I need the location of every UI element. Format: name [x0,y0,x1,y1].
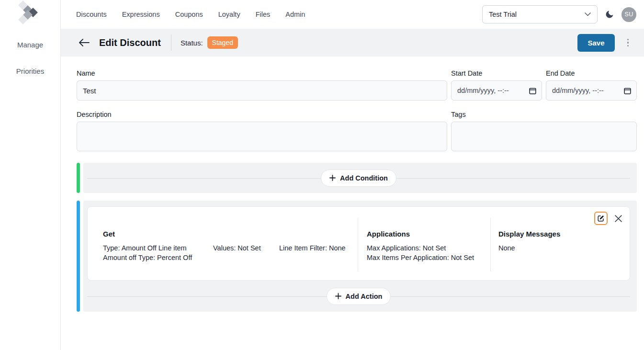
user-avatar[interactable]: SU [621,7,636,22]
dark-mode-toggle[interactable] [605,10,614,19]
page-content: Name Start Date dd/mm/yyyy, --:-- [61,56,644,350]
nav-loyalty[interactable]: Loyalty [218,11,240,18]
tags-input[interactable] [451,122,637,151]
name-input[interactable] [77,80,447,101]
status-badge: Staged [207,36,238,49]
display-messages-column: Display Messages None [490,218,630,271]
tags-label: Tags [451,111,637,118]
applications-column: Applications Max Applications: Not Set M… [358,218,490,271]
plus-icon [329,175,336,181]
end-date-value: dd/mm/yyyy, --:-- [552,87,604,94]
calendar-icon[interactable] [529,87,536,94]
page-header: Edit Discount Status: Staged Save [61,29,644,56]
start-date-label: Start Date [451,69,542,77]
kebab-dot [627,45,629,47]
conditions-section: Add Condition [77,163,637,193]
end-date-field: End Date dd/mm/yyyy, --:-- [546,69,637,101]
kebab-dot [627,42,629,44]
save-button[interactable]: Save [577,34,614,52]
remove-action-button[interactable] [613,214,623,223]
get-column: Get Type: Amount Off Line item Amount of… [88,218,358,271]
kebab-dot [627,39,629,41]
app-root: Manage Priorities Discounts Expressions … [0,0,644,350]
applications-title: Applications [367,230,490,238]
max-items-per-application: Max Items Per Application: Not Set [367,253,490,262]
tags-field: Tags [451,111,637,153]
display-messages-title: Display Messages [498,230,630,238]
get-type-block: Type: Amount Off Line item Amount off Ty… [103,243,213,262]
edit-action-button[interactable] [594,212,608,225]
add-action-label: Add Action [346,293,383,300]
action-card: Get Type: Amount Off Line item Amount of… [87,206,630,281]
top-nav: Discounts Expressions Coupons Loyalty Fi… [61,0,644,29]
get-title: Get [103,230,358,238]
get-values: Values: Not Set [213,243,279,253]
nav-coupons[interactable]: Coupons [175,11,203,18]
start-date-value: dd/mm/yyyy, --:-- [457,87,509,94]
discount-form: Name Start Date dd/mm/yyyy, --:-- [77,69,637,153]
chevron-down-icon [585,12,591,16]
top-nav-links: Discounts Expressions Coupons Loyalty Fi… [76,11,305,18]
top-nav-right: Test Trial SU [482,5,636,23]
actions-box: Get Type: Amount Off Line item Amount of… [83,201,637,312]
plus-icon [335,293,341,299]
org-select-value: Test Trial [489,11,517,18]
more-options-button[interactable] [623,36,633,50]
app-logo [16,1,44,26]
add-action-row: Add Action [87,281,630,312]
conditions-box: Add Condition [83,163,637,193]
close-icon [615,215,622,222]
end-date-label: End Date [546,69,637,77]
calendar-icon[interactable] [624,87,631,94]
get-type: Type: Amount Off Line item [103,243,213,253]
sidebar-nav: Manage Priorities [0,41,60,75]
nav-discounts[interactable]: Discounts [76,11,107,18]
status-label: Status: [181,39,203,47]
end-date-input[interactable]: dd/mm/yyyy, --:-- [546,80,637,101]
name-label: Name [77,69,447,77]
add-action-button[interactable]: Add Action [327,288,391,305]
description-label: Description [77,111,447,118]
sidebar-item-manage[interactable]: Manage [0,41,60,49]
moon-icon [605,10,614,19]
get-line-item-filter: Line Item Filter: None [279,243,358,253]
add-condition-row: Add Condition [87,163,630,193]
description-field: Description [77,111,447,153]
conditions-strip [77,163,80,193]
name-field: Name [77,69,447,101]
arrow-left-icon [79,39,90,46]
get-filter-block: Line Item Filter: None [279,243,358,262]
add-condition-button[interactable]: Add Condition [321,169,396,187]
action-card-columns: Get Type: Amount Off Line item Amount of… [88,218,630,271]
back-button[interactable] [79,39,90,46]
nav-admin[interactable]: Admin [285,11,305,18]
nav-files[interactable]: Files [256,11,271,18]
max-applications: Max Applications: Not Set [367,243,490,253]
display-messages-value: None [498,243,630,253]
get-details: Type: Amount Off Line item Amount off Ty… [103,243,358,262]
page-title: Edit Discount [99,37,161,48]
edit-icon [597,215,605,222]
sidebar: Manage Priorities [0,0,61,350]
nav-expressions[interactable]: Expressions [122,11,160,18]
org-select[interactable]: Test Trial [482,5,598,23]
start-date-field: Start Date dd/mm/yyyy, --:-- [451,69,542,101]
header-divider [171,34,171,51]
description-input[interactable] [77,122,447,151]
actions-strip [77,201,80,312]
get-amount-off-type: Amount off Type: Percent Off [103,253,213,262]
actions-section: Get Type: Amount Off Line item Amount of… [77,201,637,312]
page-header-left: Edit Discount Status: Staged [79,34,577,51]
sidebar-item-priorities[interactable]: Priorities [0,67,60,75]
get-values-block: Values: Not Set [213,243,279,262]
start-date-input[interactable]: dd/mm/yyyy, --:-- [451,80,542,101]
main-column: Discounts Expressions Coupons Loyalty Fi… [61,0,644,350]
add-condition-label: Add Condition [340,174,388,182]
